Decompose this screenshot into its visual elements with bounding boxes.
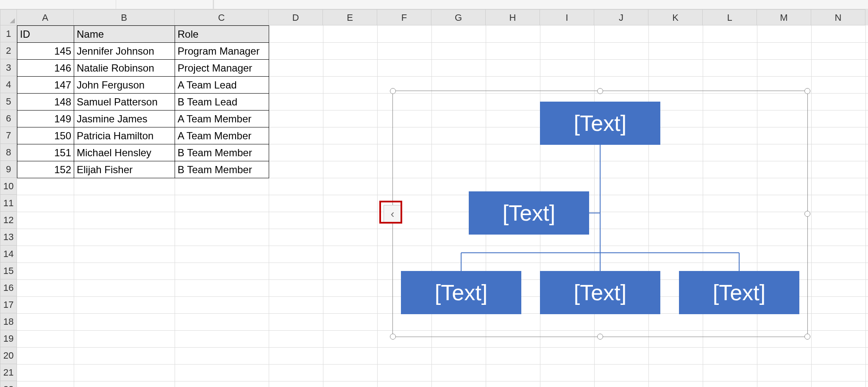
column-header-C[interactable]: C <box>175 9 269 25</box>
row-header-20[interactable]: 20 <box>0 347 17 364</box>
resize-handle-e[interactable] <box>804 211 810 217</box>
row-header-22[interactable]: 22 <box>0 381 17 387</box>
column-headers: ABCDEFGHIJKLMN <box>0 9 868 25</box>
cell-id[interactable]: 145 <box>17 43 74 60</box>
smartart-connector <box>600 253 601 271</box>
row-header-9[interactable]: 9 <box>0 161 17 178</box>
smartart-connector <box>600 145 601 253</box>
smartart-node-bottom-2[interactable]: [Text] <box>540 271 660 314</box>
row-header-11[interactable]: 11 <box>0 195 17 212</box>
header-id[interactable]: ID <box>17 26 74 43</box>
column-header-M[interactable]: M <box>757 9 811 25</box>
row-header-17[interactable]: 17 <box>0 296 17 313</box>
column-header-J[interactable]: J <box>594 9 648 25</box>
smartart-node-bottom-3[interactable]: [Text] <box>679 271 799 314</box>
smartart-connector <box>589 213 600 213</box>
data-table[interactable]: ID Name Role 145Jennifer JohnsonProgram … <box>17 25 269 178</box>
row-header-15[interactable]: 15 <box>0 263 17 279</box>
cell-role[interactable]: Program Manager <box>175 43 269 60</box>
cell-name[interactable]: Natalie Robinson <box>74 60 175 77</box>
cell-name[interactable]: Samuel Patterson <box>74 94 175 111</box>
row-header-19[interactable]: 19 <box>0 330 17 347</box>
header-role[interactable]: Role <box>175 26 269 43</box>
row-header-16[interactable]: 16 <box>0 279 17 296</box>
cell-id[interactable]: 148 <box>17 94 74 111</box>
smartart-node-bottom-1[interactable]: [Text] <box>401 271 521 314</box>
row-header-1[interactable]: 1 <box>0 25 17 42</box>
column-header-B[interactable]: B <box>74 9 175 25</box>
table-row[interactable]: 148Samuel PattersonB Team Lead <box>17 94 269 111</box>
row-header-14[interactable]: 14 <box>0 246 17 263</box>
cell-id[interactable]: 150 <box>17 127 74 144</box>
column-header-F[interactable]: F <box>377 9 431 25</box>
resize-handle-s[interactable] <box>597 334 603 340</box>
row-header-12[interactable]: 12 <box>0 212 17 229</box>
cell-role[interactable]: Project Manager <box>175 60 269 77</box>
cell-role[interactable]: B Team Member <box>175 161 269 178</box>
table-row[interactable]: 146Natalie RobinsonProject Manager <box>17 60 269 77</box>
cell-id[interactable]: 149 <box>17 111 74 127</box>
row-header-3[interactable]: 3 <box>0 59 17 76</box>
row-header-8[interactable]: 8 <box>0 144 17 161</box>
cell-role[interactable]: A Team Member <box>175 127 269 144</box>
resize-handle-ne[interactable] <box>804 88 810 94</box>
row-header-10[interactable]: 10 <box>0 178 17 195</box>
resize-handle-se[interactable] <box>804 334 810 340</box>
row-header-5[interactable]: 5 <box>0 93 17 110</box>
row-header-2[interactable]: 2 <box>0 42 17 59</box>
cell-name[interactable]: Jasmine James <box>74 111 175 127</box>
resize-handle-sw[interactable] <box>390 334 396 340</box>
table-row[interactable]: 152Elijah FisherB Team Member <box>17 161 269 178</box>
column-header-N[interactable]: N <box>811 9 865 25</box>
row-header-4[interactable]: 4 <box>0 76 17 93</box>
cell-role[interactable]: B Team Lead <box>175 94 269 111</box>
worksheet-area: ABCDEFGHIJKLMN 1234567891011121314151617… <box>0 0 868 387</box>
row-header-6[interactable]: 6 <box>0 110 17 127</box>
resize-handle-nw[interactable] <box>390 88 396 94</box>
cell-name[interactable]: John Ferguson <box>74 77 175 94</box>
smartart-node-mid[interactable]: [Text] <box>469 191 589 235</box>
select-all-corner[interactable] <box>0 9 17 25</box>
table-row[interactable]: 145Jennifer JohnsonProgram Manager <box>17 43 269 60</box>
cell-role[interactable]: A Team Member <box>175 111 269 127</box>
table-row[interactable]: 150Patricia HamiltonA Team Member <box>17 127 269 144</box>
column-header-D[interactable]: D <box>269 9 323 25</box>
smartart-connector <box>739 253 740 271</box>
formula-bar-remnant <box>0 0 868 9</box>
row-header-18[interactable]: 18 <box>0 313 17 330</box>
cell-name[interactable]: Elijah Fisher <box>74 161 175 178</box>
row-header-7[interactable]: 7 <box>0 127 17 144</box>
row-header-13[interactable]: 13 <box>0 229 17 246</box>
cell-name[interactable]: Patricia Hamilton <box>74 127 175 144</box>
table-row[interactable]: 151Michael HensleyB Team Member <box>17 144 269 161</box>
cell-name[interactable]: Jennifer Johnson <box>74 43 175 60</box>
table-row[interactable]: 147John FergusonA Team Lead <box>17 77 269 94</box>
cell-id[interactable]: 151 <box>17 144 74 161</box>
cell-name[interactable]: Michael Hensley <box>74 144 175 161</box>
annotation-highlight <box>379 201 402 224</box>
column-header-H[interactable]: H <box>486 9 540 25</box>
cell-role[interactable]: A Team Lead <box>175 77 269 94</box>
smartart-node-top[interactable]: [Text] <box>540 102 660 145</box>
table-row[interactable]: 149Jasmine JamesA Team Member <box>17 111 269 127</box>
column-header-L[interactable]: L <box>703 9 757 25</box>
smartart-connector <box>461 253 462 271</box>
cell-id[interactable]: 152 <box>17 161 74 178</box>
column-header-A[interactable]: A <box>17 9 74 25</box>
column-header-E[interactable]: E <box>323 9 377 25</box>
column-header-K[interactable]: K <box>648 9 703 25</box>
row-header-21[interactable]: 21 <box>0 364 17 381</box>
cell-role[interactable]: B Team Member <box>175 144 269 161</box>
header-name[interactable]: Name <box>74 26 175 43</box>
column-header-I[interactable]: I <box>540 9 594 25</box>
cell-id[interactable]: 147 <box>17 77 74 94</box>
column-header-G[interactable]: G <box>431 9 486 25</box>
cell-id[interactable]: 146 <box>17 60 74 77</box>
resize-handle-n[interactable] <box>597 88 603 94</box>
